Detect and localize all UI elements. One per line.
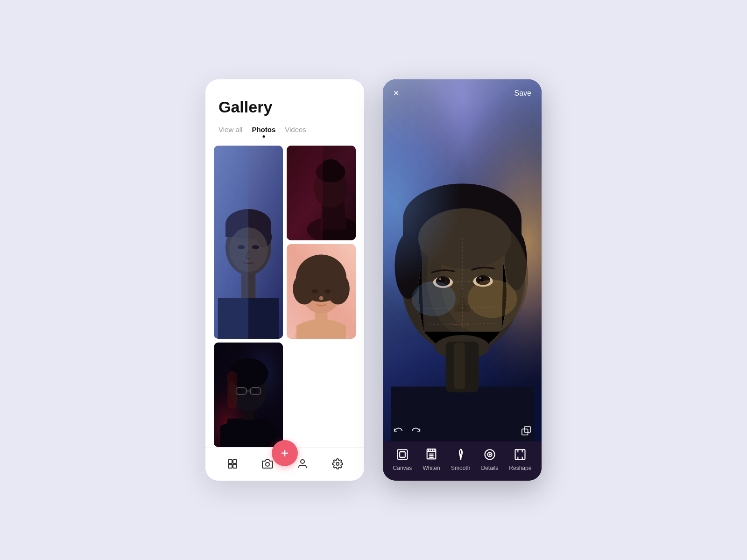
copy-button[interactable] — [521, 426, 531, 436]
svg-rect-47 — [228, 464, 232, 468]
svg-point-52 — [301, 460, 304, 463]
fab-add-button[interactable] — [272, 440, 298, 466]
undo-button[interactable] — [393, 426, 403, 436]
details-icon — [482, 447, 497, 462]
tool-smooth[interactable]: Smooth — [451, 447, 470, 471]
tab-view-all[interactable]: View all — [218, 126, 242, 136]
svg-point-78 — [463, 305, 470, 312]
svg-rect-83 — [454, 343, 465, 389]
nav-camera-button[interactable] — [261, 457, 274, 470]
gallery-bottom-nav — [205, 447, 364, 481]
editor-panel: ✕ Save — [383, 79, 542, 481]
tab-photos[interactable]: Photos — [252, 126, 275, 136]
smooth-icon — [453, 447, 468, 462]
reshape-icon — [513, 447, 528, 462]
tab-videos[interactable]: Videos — [285, 126, 306, 136]
details-label: Details — [481, 465, 499, 471]
reshape-label: Reshape — [509, 465, 531, 471]
gallery-tabs: View all Photos Videos — [218, 126, 351, 136]
canvas-label: Canvas — [393, 465, 412, 471]
svg-point-49 — [266, 462, 269, 466]
editor-portrait-svg — [383, 79, 542, 441]
svg-rect-100 — [515, 450, 525, 460]
svg-rect-87 — [400, 452, 405, 457]
svg-rect-44 — [214, 343, 283, 447]
svg-rect-48 — [233, 464, 237, 468]
gallery-header: Gallery View all Photos Videos — [205, 79, 364, 146]
tool-reshape[interactable]: Reshape — [509, 447, 531, 471]
svg-point-76 — [479, 277, 481, 279]
smooth-label: Smooth — [451, 465, 470, 471]
redo-button[interactable] — [411, 426, 421, 436]
nav-profile-button[interactable] — [296, 457, 309, 470]
svg-point-72 — [439, 278, 442, 280]
svg-point-77 — [454, 305, 461, 312]
gallery-panel: Gallery View all Photos Videos — [205, 79, 364, 481]
svg-rect-12 — [214, 146, 283, 339]
whiten-label: Whiten — [423, 465, 440, 471]
svg-point-99 — [489, 454, 490, 455]
tool-canvas[interactable]: Canvas — [393, 447, 412, 471]
canvas-icon — [395, 447, 410, 462]
gallery-grid — [205, 146, 364, 447]
photo-item-2[interactable] — [287, 146, 356, 240]
editor-undo-redo-bar — [383, 420, 542, 441]
nav-grid-button[interactable] — [226, 457, 239, 470]
editor-tools-list: Canvas Whiten — [383, 447, 542, 471]
nav-settings-button[interactable] — [331, 457, 344, 470]
editor-top-bar: ✕ Save — [383, 79, 542, 102]
editor-close-button[interactable]: ✕ — [393, 89, 399, 98]
editor-save-button[interactable]: Save — [514, 89, 531, 98]
svg-point-80 — [468, 280, 517, 318]
svg-point-53 — [336, 462, 339, 465]
editor-photo-area — [383, 79, 542, 441]
photo-item-3[interactable] — [287, 244, 356, 339]
svg-rect-30 — [287, 244, 356, 339]
editor-tools-bar: Canvas Whiten — [383, 441, 542, 481]
undo-redo-group — [393, 426, 421, 436]
svg-point-81 — [412, 281, 456, 316]
svg-rect-19 — [287, 146, 323, 240]
svg-point-68 — [418, 208, 512, 268]
photo-item-4[interactable] — [214, 343, 283, 447]
tool-details[interactable]: Details — [481, 447, 499, 471]
gallery-title: Gallery — [218, 98, 351, 116]
svg-rect-45 — [228, 460, 232, 463]
whiten-icon — [424, 447, 439, 462]
svg-rect-86 — [397, 450, 407, 460]
photo-item-1[interactable] — [214, 146, 283, 339]
svg-rect-46 — [233, 460, 237, 463]
tool-whiten[interactable]: Whiten — [423, 447, 440, 471]
